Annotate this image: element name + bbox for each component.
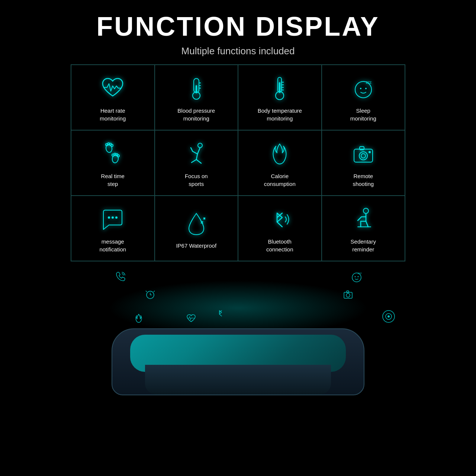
- float-location-icon: [381, 309, 396, 326]
- remote-icon: [350, 141, 376, 167]
- cell-blood-pressure: Blood pressuremonitoring: [155, 65, 238, 130]
- message-icon: [100, 206, 126, 232]
- svg-point-35: [359, 152, 367, 160]
- svg-point-21: [111, 144, 113, 147]
- sleep-label: Sleepmonitoring: [350, 107, 376, 122]
- main-title: FUNCTION DISPLAY: [96, 11, 379, 42]
- svg-point-49: [358, 276, 359, 277]
- svg-text:zzz: zzz: [366, 80, 372, 84]
- remote-label: Remoteshooting: [353, 172, 374, 188]
- sports-label: Focus onsports: [185, 172, 208, 188]
- sedentary-icon: [350, 206, 376, 232]
- blood-pressure-label: Blood pressuremonitoring: [177, 107, 215, 122]
- sleep-icon: zzz: [350, 75, 376, 102]
- heart-rate-label: Heart ratemonitoring: [100, 107, 126, 122]
- heart-rate-icon: [100, 75, 126, 102]
- function-grid: Heart ratemonitoring Blood pressuremonit…: [71, 64, 405, 261]
- svg-point-36: [361, 154, 366, 158]
- message-label: messagenotification: [99, 238, 126, 253]
- body-temp-icon: [267, 75, 293, 102]
- calorie-icon: [267, 141, 293, 167]
- calorie-label: Calorieconsumption: [264, 172, 296, 188]
- svg-point-48: [355, 276, 356, 277]
- svg-point-27: [198, 143, 202, 148]
- sports-icon: [183, 141, 209, 167]
- sedentary-label: Sedentaryreminder: [351, 238, 376, 253]
- wristband: [108, 291, 368, 395]
- bluetooth-label: Bluetoothconnection: [266, 238, 293, 253]
- subtitle: Multiple functions included: [181, 45, 295, 57]
- page: FUNCTION DISPLAY Multiple functions incl…: [0, 0, 476, 476]
- float-sleep-icon: zzz: [351, 271, 363, 285]
- svg-line-32: [192, 160, 196, 163]
- waterproof-label: IP67 Waterproof: [176, 242, 216, 250]
- svg-point-60: [387, 315, 390, 318]
- svg-line-45: [366, 221, 368, 227]
- cell-calorie: Calorieconsumption: [238, 130, 322, 196]
- cell-sedentary: Sedentaryreminder: [322, 196, 405, 261]
- step-icon: [100, 141, 126, 167]
- svg-point-43: [363, 208, 369, 213]
- float-phone-icon: [115, 271, 126, 284]
- svg-line-31: [196, 154, 197, 160]
- svg-line-33: [196, 160, 201, 163]
- bluetooth-icon: [267, 206, 293, 232]
- cell-sleep: zzz Sleepmonitoring: [322, 65, 405, 130]
- svg-line-30: [191, 148, 193, 151]
- step-label: Real timestep: [101, 172, 125, 188]
- svg-point-14: [360, 88, 361, 89]
- cell-sports: Focus onsports: [155, 130, 238, 196]
- band-section: zzz: [0, 269, 476, 476]
- svg-point-15: [365, 88, 367, 89]
- svg-point-39: [108, 216, 110, 219]
- cell-bluetooth: Bluetoothconnection: [238, 196, 322, 261]
- svg-line-28: [197, 148, 200, 154]
- blood-pressure-icon: [183, 75, 209, 102]
- cell-heart-rate: Heart ratemonitoring: [71, 65, 155, 130]
- cell-body-temp: Body temperaturemonitoring: [238, 65, 322, 130]
- cell-step: Real timestep: [71, 130, 155, 196]
- cell-waterproof: IP67 Waterproof: [155, 196, 238, 261]
- svg-point-38: [369, 151, 371, 153]
- svg-line-29: [193, 151, 197, 154]
- svg-point-41: [115, 216, 118, 219]
- cell-remote: Remoteshooting: [322, 130, 405, 196]
- svg-point-40: [112, 216, 114, 219]
- svg-text:zzz: zzz: [358, 272, 362, 274]
- body-temp-label: Body temperaturemonitoring: [258, 107, 302, 122]
- cell-message: messagenotification: [71, 196, 155, 261]
- waterproof-icon: [183, 210, 209, 237]
- svg-point-26: [117, 155, 119, 157]
